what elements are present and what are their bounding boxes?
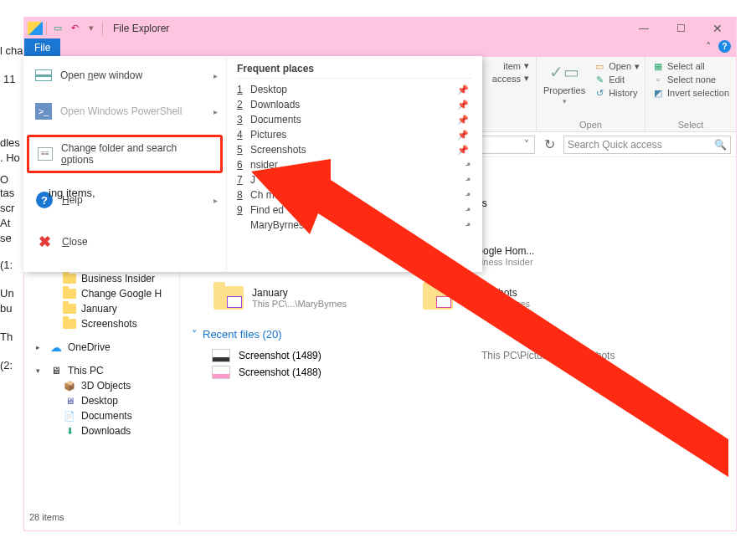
frequent-place-item[interactable]: MaryByrnes-• — [237, 218, 472, 233]
invert-selection-button[interactable]: ◩Invert selection — [652, 87, 729, 99]
invert-icon: ◩ — [652, 87, 664, 99]
qat-properties-icon[interactable]: ▭ — [50, 21, 65, 36]
bg-text: scr — [0, 201, 14, 216]
nav-folder[interactable]: Screenshots — [24, 316, 179, 331]
chevron-down-icon: ˅ — [192, 328, 198, 341]
maximize-button[interactable]: ☐ — [662, 18, 699, 38]
recent-path: This PC\Pictures\Screenshots — [481, 350, 615, 361]
nav-onedrive[interactable]: ▸OneDrive — [24, 340, 179, 355]
nav-folder[interactable]: January — [24, 301, 179, 316]
ribbon-access-label: access ▾ — [492, 73, 529, 84]
powershell-icon: >_ — [35, 103, 52, 120]
pin-icon: 📌 — [457, 85, 469, 95]
bg-text: At — [0, 216, 10, 231]
history-icon: ↺ — [594, 87, 605, 99]
nav-folder[interactable]: Change Google H — [24, 286, 179, 301]
folder-icon — [423, 286, 453, 310]
ribbon-collapse-icon[interactable]: ˄ — [706, 40, 712, 53]
search-placeholder: Search Quick access — [568, 139, 662, 151]
folder-icon — [63, 289, 76, 299]
nav-3d-objects[interactable]: 3D Objects — [24, 378, 179, 393]
onedrive-icon — [49, 341, 63, 353]
recent-files-header[interactable]: ˅Recent files (20) — [192, 328, 724, 341]
open-button[interactable]: ▭Open ▾ — [594, 60, 640, 72]
frequent-place-item[interactable]: 2Downloads📌 — [237, 97, 472, 112]
qat-undo-icon[interactable]: ↶ — [67, 21, 82, 36]
pin-icon: 📌 — [457, 100, 469, 110]
ribbon-tabs: File ˄ ? — [24, 38, 736, 57]
status-bar: 28 items — [29, 512, 64, 522]
close-button[interactable]: ✕ — [699, 18, 736, 38]
bg-text: (1: — [0, 258, 13, 273]
options-icon: ≡≡ — [38, 147, 53, 161]
thispc-icon — [49, 365, 63, 377]
qat-dropdown-icon[interactable]: ▾ — [84, 21, 99, 36]
titlebar[interactable]: ▭ ↶ ▾ File Explorer — ☐ ✕ — [24, 18, 736, 38]
frequent-place-item[interactable]: 9Find ed-• — [237, 202, 472, 218]
pin-icon: 📌 — [457, 130, 469, 141]
recent-file[interactable]: Screenshot (1489) This PC\Pictures\Scree… — [212, 347, 724, 364]
refresh-button[interactable]: ↻ — [540, 136, 558, 154]
nav-thispc[interactable]: ▾This PC — [24, 363, 179, 378]
folder-icon — [63, 319, 76, 329]
close-icon: ✖ — [35, 233, 54, 250]
tile-name: January — [252, 287, 347, 299]
pin-icon: 📌 — [457, 115, 469, 126]
unpin-icon: -• — [465, 189, 469, 201]
tile-path: This PC\...\MaryByrnes — [252, 299, 347, 309]
history-button[interactable]: ↺History — [594, 87, 640, 99]
menu-open-new-window[interactable]: Open new window ▸ — [23, 64, 226, 86]
folder-tile[interactable]: JanuaryThis PC\...\MaryByrnes — [212, 283, 388, 313]
nav-documents[interactable]: Documents — [24, 408, 179, 423]
ribbon-item-label: item ▾ — [503, 60, 529, 71]
submenu-arrow-icon: ▸ — [213, 107, 218, 116]
desktop-icon — [63, 395, 76, 407]
unpin-icon: -• — [465, 219, 469, 231]
menu-change-folder-options[interactable]: ≡≡ Change folder and search options — [27, 135, 223, 173]
expand-icon[interactable]: ▸ — [36, 343, 40, 351]
nav-folder[interactable]: Business Insider — [24, 271, 179, 286]
nav-desktop[interactable]: Desktop — [24, 393, 179, 408]
menu-open-powershell[interactable]: >_ Open Windows PowerShell ▸ — [23, 98, 226, 125]
frequent-place-item[interactable]: 1Desktop📌 — [237, 82, 472, 97]
help-icon[interactable]: ? — [718, 40, 731, 53]
bg-text: tas — [0, 186, 14, 201]
tile-name: Screenshots — [461, 287, 530, 299]
minimize-button[interactable]: — — [625, 18, 662, 38]
folder-icon — [63, 274, 76, 284]
select-all-button[interactable]: ▦Select all — [652, 60, 729, 72]
folder-icon — [63, 304, 76, 314]
edit-button[interactable]: ✎Edit — [594, 74, 640, 85]
recent-name: Screenshot (1489) — [239, 350, 473, 361]
recent-file[interactable]: Screenshot (1488) — [212, 364, 724, 381]
downloads-icon — [63, 425, 76, 437]
group-open-label: Open — [543, 120, 638, 130]
frequent-place-item[interactable]: 8Ch me Name-• — [237, 187, 472, 202]
pin-icon: 📌 — [457, 145, 469, 156]
select-none-icon: ▫ — [652, 74, 664, 85]
unpin-icon: -• — [465, 159, 469, 171]
frequent-place-item[interactable]: 5Screenshots📌 — [237, 142, 472, 157]
bg-text: ing items, — [49, 186, 95, 201]
file-icon — [212, 366, 230, 379]
frequent-place-item[interactable]: 3Documents📌 — [237, 112, 472, 127]
folder-tile[interactable]: ScreenshotsThis PC\Pictures — [421, 283, 597, 313]
properties-button[interactable]: ✓▭ Properties ▾ — [543, 60, 585, 105]
file-icon — [212, 349, 230, 362]
select-none-button[interactable]: ▫Select none — [652, 74, 729, 85]
search-input[interactable]: Search Quick access 🔍 — [563, 136, 731, 154]
window-icon — [35, 69, 52, 81]
unpin-icon: -• — [465, 174, 469, 186]
bg-text: . Ho — [0, 151, 20, 166]
nav-downloads[interactable]: Downloads — [24, 423, 179, 438]
frequent-place-item[interactable]: 4Pictures📌 — [237, 127, 472, 142]
submenu-arrow-icon: ▸ — [213, 196, 218, 205]
recent-name: Screenshot (1488) — [239, 366, 473, 378]
menu-close[interactable]: ✖ Close — [23, 228, 226, 255]
frequent-place-item[interactable]: 7J-• — [237, 172, 472, 187]
unpin-icon: -• — [465, 204, 469, 216]
file-menu: Open new window ▸ >_ Open Windows PowerS… — [23, 56, 482, 272]
collapse-icon[interactable]: ▾ — [36, 366, 40, 375]
frequent-place-item[interactable]: 6nsider-• — [237, 157, 472, 172]
file-tab[interactable]: File — [24, 38, 60, 57]
